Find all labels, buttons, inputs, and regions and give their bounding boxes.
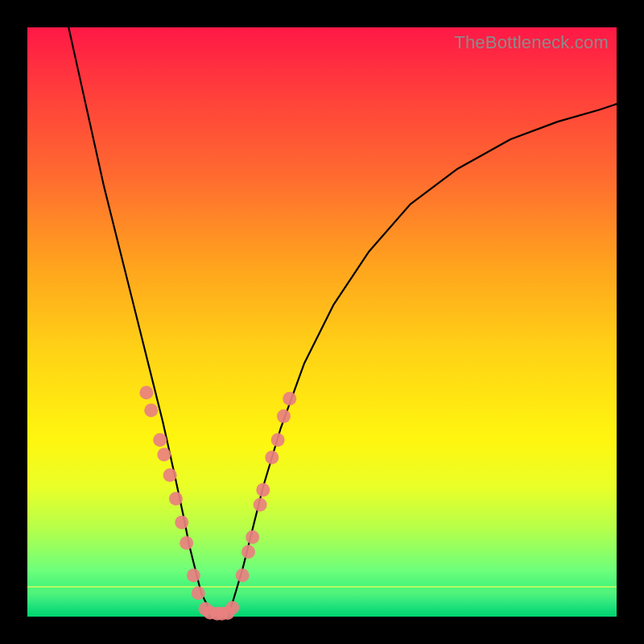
green-ribbons [27, 584, 617, 617]
yellow-strip [27, 586, 617, 588]
chart-stage: TheBottleneck.com [0, 0, 644, 644]
watermark: TheBottleneck.com [454, 32, 609, 53]
plot-area: TheBottleneck.com [27, 27, 617, 617]
